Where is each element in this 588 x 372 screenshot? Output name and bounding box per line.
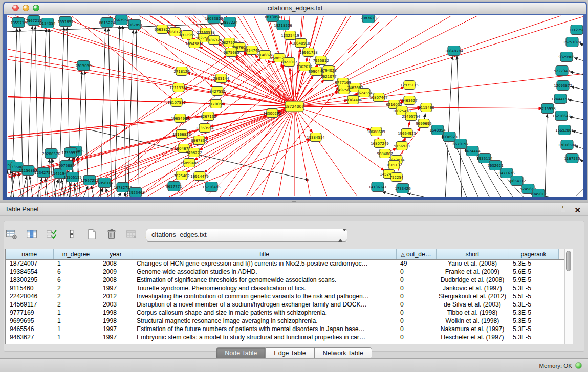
graph-node[interactable]: 16210643 <box>552 111 571 121</box>
select-rows-icon[interactable] <box>44 227 59 242</box>
graph-node[interactable]: 12975115 <box>400 81 419 90</box>
resize-grip-icon[interactable] <box>576 189 583 196</box>
graph-node[interactable]: 9875685 <box>223 48 239 57</box>
graph-node[interactable]: 9699695 <box>416 119 431 128</box>
table-selector-dropdown[interactable]: citations_edges.txt <box>146 229 347 242</box>
graph-node[interactable]: 2945012 <box>530 189 546 198</box>
tab-network-table[interactable]: Network Table <box>315 347 372 359</box>
graph-node[interactable]: 9329906 <box>558 52 575 62</box>
table-row[interactable]: 1456911722003Disruption of a novel membe… <box>6 300 565 309</box>
new-table-icon[interactable] <box>84 227 99 242</box>
graph-node[interactable]: 9684067 <box>377 149 393 158</box>
graph-node[interactable]: 15692001 <box>555 125 574 135</box>
graph-node[interactable]: 9474444 <box>464 146 481 156</box>
graph-node[interactable]: 9154354 <box>39 18 56 28</box>
graph-node[interactable]: 8215958 <box>539 104 555 114</box>
vertical-scrollbar[interactable] <box>564 249 573 344</box>
graph-node[interactable]: 1167535 <box>564 154 580 163</box>
column-header-name[interactable]: name <box>6 249 53 259</box>
graph-node[interactable]: 1355718 <box>10 18 26 28</box>
graph-node[interactable]: 2803144 <box>213 74 229 83</box>
graph-node[interactable]: 1170056 <box>208 100 224 108</box>
graph-node[interactable]: 9463627 <box>401 96 417 105</box>
graph-node[interactable]: 6822017 <box>281 58 297 67</box>
graph-node[interactable]: 1733426 <box>395 184 411 193</box>
graph-node[interactable]: 2615050 <box>75 61 91 71</box>
table-row[interactable]: 946362711997Embryonic stem cells: a mode… <box>6 333 565 341</box>
graph-node[interactable]: 752254 <box>390 173 404 182</box>
graph-node[interactable]: 8867834 <box>191 136 207 145</box>
graph-node[interactable]: 9498222 <box>186 148 202 157</box>
tab-edge-table[interactable]: Edge Table <box>266 347 314 359</box>
scrollbar-thumb[interactable] <box>566 251 571 271</box>
graph-node[interactable]: 12093872 <box>554 81 572 91</box>
column-header-short[interactable]: short <box>436 249 509 259</box>
graph-node[interactable]: 9975887 <box>58 161 74 170</box>
graph-node[interactable]: 16033809 <box>205 15 223 24</box>
table-row[interactable]: 1938455462009Genome-wide association stu… <box>6 268 565 276</box>
graph-node[interactable]: 12353594 <box>195 124 214 133</box>
graph-node[interactable]: 12444151 <box>551 94 570 104</box>
graph-hub-node[interactable]: 18724007 <box>285 101 304 112</box>
graph-node[interactable]: 16807249 <box>371 139 389 148</box>
graph-node[interactable]: 7955812 <box>313 56 329 65</box>
delete-table-icon[interactable] <box>104 227 119 242</box>
column-header-indegree[interactable]: in_degree <box>53 249 99 259</box>
graph-node[interactable]: 20206576 <box>42 149 60 159</box>
graph-node[interactable]: 9227343 <box>554 66 570 76</box>
table-row[interactable]: 911546021997Tourette syndrome. Phenomeno… <box>6 284 565 292</box>
network-window-titlebar[interactable]: citations_edges.txt <box>4 3 586 14</box>
graph-node[interactable]: 1615132 <box>386 161 402 169</box>
graph-node[interactable]: 2718126 <box>173 67 190 76</box>
graph-node[interactable]: 8267130 <box>200 112 216 121</box>
graph-node[interactable]: 15716485 <box>202 182 221 192</box>
graph-node[interactable]: 19384554 <box>307 133 325 142</box>
column-header-outde[interactable]: △out_de… <box>396 249 436 259</box>
table-row[interactable]: 946554611997Estimation of the future num… <box>6 325 565 333</box>
table-row[interactable]: 977716911998Corpus callosum shape and si… <box>6 309 565 317</box>
tab-node-table[interactable]: Node Table <box>216 347 266 359</box>
column-header-pagerank[interactable]: pagerank <box>509 249 558 259</box>
graph-node[interactable]: 10688609 <box>367 127 385 136</box>
graph-node[interactable]: 9115460 <box>418 103 434 112</box>
graph-node[interactable]: 7625402 <box>173 171 189 180</box>
float-panel-icon[interactable] <box>560 205 568 215</box>
graph-node[interactable]: 8815274 <box>99 18 115 28</box>
graph-node[interactable]: 2087613 <box>360 15 376 23</box>
column-header-title[interactable]: title <box>133 249 396 259</box>
graph-node[interactable]: 8427552 <box>209 87 225 96</box>
table-row[interactable]: 2242004622012Investigating the contribut… <box>6 292 565 300</box>
table-row[interactable]: 1872400712008Changes of HCN gene express… <box>6 259 565 268</box>
splitter-handle-icon[interactable] <box>292 201 296 202</box>
graph-node[interactable]: 7857224 <box>222 17 238 27</box>
show-columns-icon[interactable] <box>24 227 39 242</box>
graph-node[interactable]: 9657771 <box>166 182 182 191</box>
graph-node[interactable]: 19654923 <box>398 129 416 138</box>
graph-node[interactable]: 17016504 <box>558 140 576 150</box>
graph-node[interactable]: 18107552 <box>167 98 186 107</box>
graph-node[interactable]: 8186328 <box>206 36 222 45</box>
graph-nodes[interactable]: 1355718196721191543541551891881527496679… <box>7 15 583 197</box>
graph-node[interactable]: 16648784 <box>445 46 463 56</box>
graph-node[interactable]: 8912955 <box>179 31 195 39</box>
table-settings-icon[interactable] <box>4 227 19 242</box>
graph-node[interactable]: 16099488 <box>180 159 199 167</box>
merge-rows-icon[interactable] <box>64 227 79 242</box>
table-row[interactable]: 1830029562008Estimation of significance … <box>6 276 565 284</box>
close-panel-icon[interactable]: ✕ <box>574 206 581 214</box>
graph-node[interactable]: 16914479 <box>190 172 209 181</box>
graph-node[interactable]: 2967851 <box>126 20 142 30</box>
graph-node[interactable]: 1551891 <box>57 17 73 27</box>
graph-node[interactable]: 18640910 <box>292 39 310 48</box>
graph-node[interactable]: 14136141 <box>368 182 387 192</box>
network-canvas[interactable]: 1355718196721191543541551891881527496679… <box>7 15 583 197</box>
graph-node[interactable]: 9756928 <box>394 142 409 150</box>
table-row[interactable]: 969969511998Structural magnetic resonanc… <box>6 317 565 325</box>
graph-node[interactable]: 15751074 <box>563 37 581 47</box>
graph-node[interactable]: 16961758 <box>299 48 318 57</box>
graph-node[interactable]: 1621077 <box>320 72 336 81</box>
citation-network-graph[interactable]: 1355718196721191543541551891881527496679… <box>7 15 583 197</box>
column-header-year[interactable]: year <box>99 249 133 259</box>
graph-node[interactable]: 19654985 <box>171 114 189 123</box>
graph-node[interactable]: 1112758 <box>569 25 583 35</box>
